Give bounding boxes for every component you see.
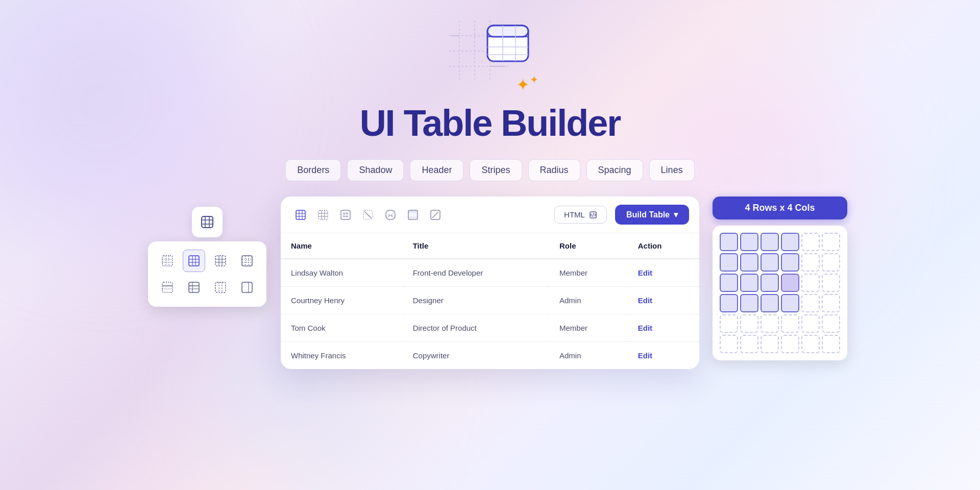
- svg-rect-70: [386, 210, 395, 219]
- cell-action-2[interactable]: Edit: [628, 287, 699, 314]
- svg-rect-36: [242, 256, 252, 266]
- toolbar-stripes[interactable]: [403, 205, 423, 225]
- grid-selector: [713, 226, 847, 360]
- html-label: HTML: [564, 210, 585, 219]
- grid-dimension-label: 4 Rows x 4 Cols: [713, 197, 847, 219]
- data-table: Name Title Role Action Lindsay Walton Fr…: [281, 233, 699, 369]
- grid-cell-2-4[interactable]: [781, 253, 799, 272]
- pill-stripes[interactable]: Stripes: [470, 159, 522, 181]
- grid-cell-1-3[interactable]: [761, 233, 779, 251]
- grid-style-4[interactable]: [236, 250, 258, 272]
- toolbar-inner-borders[interactable]: [313, 205, 333, 225]
- icon-grid-dropdown: [148, 241, 266, 307]
- grid-cell-1-4[interactable]: [781, 233, 799, 251]
- grid-cell-3-5[interactable]: [801, 274, 820, 292]
- cell-role-1: Member: [549, 259, 628, 287]
- table-row: Whitney Francis Copywriter Admin Edit: [281, 342, 699, 370]
- pill-lines[interactable]: Lines: [649, 159, 695, 181]
- grid-style-2[interactable]: [183, 250, 205, 272]
- grid-cell-4-4[interactable]: [781, 294, 799, 312]
- page-wrapper: ✦ ✦ UI Table Builder Borders Shadow Head…: [0, 0, 980, 369]
- grid-cell-5-5[interactable]: [801, 314, 820, 333]
- grid-cell-1-2[interactable]: [740, 233, 758, 251]
- grid-cell-3-3[interactable]: [761, 274, 779, 292]
- grid-cell-1-6[interactable]: [822, 233, 840, 251]
- toolbar: HTML Build Table ▾: [281, 197, 699, 233]
- grid-style-7[interactable]: [209, 276, 232, 299]
- grid-style-5[interactable]: [156, 276, 179, 299]
- grid-cell-5-6[interactable]: [822, 314, 840, 333]
- grid-cell-3-2[interactable]: [740, 274, 758, 292]
- grid-cell-1-5[interactable]: [801, 233, 820, 251]
- svg-rect-48: [215, 282, 226, 292]
- grid-cell-2-3[interactable]: [761, 253, 779, 272]
- toolbar-full-grid[interactable]: [291, 205, 310, 225]
- grid-cell-3-4[interactable]: [781, 274, 799, 292]
- grid-cell-4-6[interactable]: [822, 294, 840, 312]
- pill-spacing[interactable]: Spacing: [586, 159, 643, 181]
- grid-style-8[interactable]: [236, 276, 258, 299]
- table-style-button[interactable]: [192, 207, 223, 237]
- grid-cell-5-1[interactable]: [720, 314, 738, 333]
- cell-role-4: Admin: [549, 342, 628, 370]
- grid-cell-4-1[interactable]: [720, 294, 738, 312]
- grid-cell-3-6[interactable]: [822, 274, 840, 292]
- grid-cell-5-4[interactable]: [781, 314, 799, 333]
- svg-rect-51: [242, 282, 252, 292]
- build-chevron: ▾: [674, 210, 678, 219]
- grid-cell-4-2[interactable]: [740, 294, 758, 312]
- grid-cell-2-5[interactable]: [801, 253, 820, 272]
- grid-cell-6-5[interactable]: [801, 335, 820, 353]
- cell-role-2: Admin: [549, 287, 628, 314]
- pill-shadow[interactable]: Shadow: [347, 159, 404, 181]
- grid-style-6[interactable]: [183, 276, 205, 299]
- cell-title-2: Designer: [403, 287, 549, 314]
- toolbar-outer-border[interactable]: [336, 205, 355, 225]
- right-grid-panel: 4 Rows x 4 Cols: [713, 197, 847, 360]
- svg-rect-58: [318, 210, 328, 219]
- grid-cell-2-6[interactable]: [822, 253, 840, 272]
- grid-cell-5-3[interactable]: [761, 314, 779, 333]
- grid-style-1[interactable]: [156, 250, 179, 272]
- pill-radius[interactable]: Radius: [528, 159, 580, 181]
- grid-cell-4-5[interactable]: [801, 294, 820, 312]
- grid-cell-6-6[interactable]: [822, 335, 840, 353]
- grid-cell-6-1[interactable]: [720, 335, 738, 353]
- cell-name-4: Whitney Francis: [281, 342, 403, 370]
- grid-cell-6-3[interactable]: [761, 335, 779, 353]
- toolbar-no-border[interactable]: [358, 205, 378, 225]
- cell-name-2: Courtney Henry: [281, 287, 403, 314]
- toolbar-rounded[interactable]: [381, 205, 400, 225]
- grid-cell-6-4[interactable]: [781, 335, 799, 353]
- cell-action-4[interactable]: Edit: [628, 342, 699, 370]
- grid-cell-3-1[interactable]: [720, 274, 738, 292]
- cell-action-3[interactable]: Edit: [628, 314, 699, 342]
- table-icon: [485, 23, 531, 66]
- sparkle-icon-large: ✦: [516, 75, 530, 94]
- svg-rect-41: [162, 282, 173, 292]
- hero-icon: ✦ ✦: [439, 15, 541, 97]
- html-export-button[interactable]: HTML: [554, 206, 607, 224]
- cell-name-3: Tom Cook: [281, 314, 403, 342]
- svg-rect-75: [408, 214, 418, 216]
- grid-cell-2-1[interactable]: [720, 253, 738, 272]
- table-row: Lindsay Walton Front-end Developer Membe…: [281, 259, 699, 287]
- pill-borders[interactable]: Borders: [285, 159, 341, 181]
- svg-rect-74: [408, 210, 418, 213]
- toolbar-diagonal[interactable]: [426, 205, 445, 225]
- grid-cell-5-2[interactable]: [740, 314, 758, 333]
- grid-cell-6-2[interactable]: [740, 335, 758, 353]
- cell-role-3: Member: [549, 314, 628, 342]
- pill-header[interactable]: Header: [410, 159, 463, 181]
- grid-cell-4-3[interactable]: [761, 294, 779, 312]
- grid-style-3[interactable]: [209, 250, 232, 272]
- grid-selector-inner: [720, 233, 840, 353]
- grid-cell-1-1[interactable]: [720, 233, 738, 251]
- grid-cell-2-2[interactable]: [740, 253, 758, 272]
- svg-rect-63: [341, 210, 350, 219]
- cell-title-1: Front-end Developer: [403, 259, 549, 287]
- col-header-action: Action: [628, 233, 699, 259]
- build-table-button[interactable]: Build Table ▾: [615, 205, 689, 225]
- cell-action-1[interactable]: Edit: [628, 259, 699, 287]
- filter-pills-container: Borders Shadow Header Stripes Radius Spa…: [285, 159, 694, 181]
